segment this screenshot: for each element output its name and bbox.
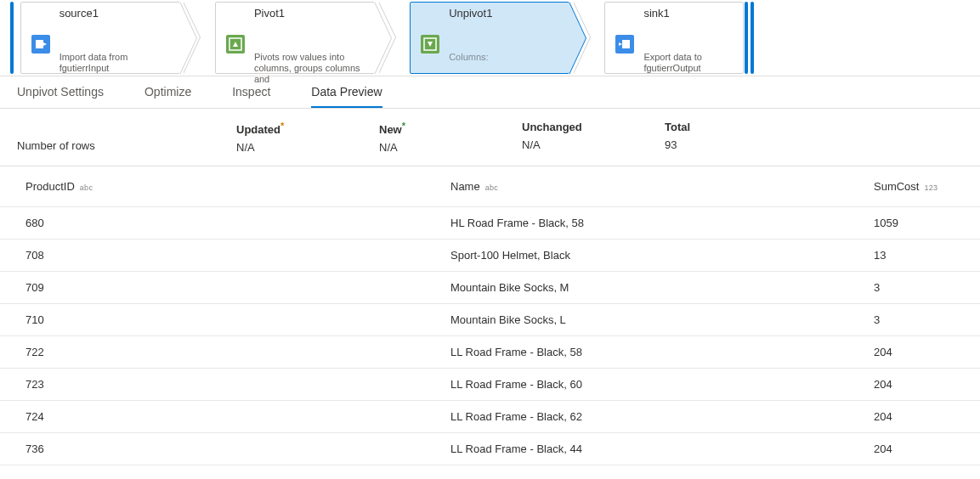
flow-start-bar — [10, 2, 14, 74]
pivot-icon — [226, 35, 245, 54]
data-table: ProductIDabc Nameabc SumCost123 680HL Ro… — [0, 166, 980, 465]
cell-name: LL Road Frame - Black, 44 — [450, 442, 874, 455]
col-header-sumcost[interactable]: SumCost123 — [874, 180, 970, 193]
tabs: Unpivot Settings Optimize Inspect Data P… — [0, 76, 980, 109]
node-desc: Pivots row values into columns, groups c… — [254, 52, 367, 85]
node-title: Unpivot1 — [449, 7, 562, 20]
cell-sumcost: 1059 — [874, 217, 970, 229]
summary-new-value: N/A — [379, 141, 522, 154]
flow-end-bars — [742, 2, 754, 76]
cell-productid: 680 — [25, 217, 450, 229]
cell-productid: 709 — [25, 281, 450, 294]
cell-name: Mountain Bike Socks, L — [450, 313, 874, 326]
cell-productid: 722 — [25, 346, 450, 358]
source-icon — [31, 35, 50, 54]
table-row[interactable]: 710Mountain Bike Socks, L3 — [0, 304, 980, 336]
col-header-productid[interactable]: ProductIDabc — [25, 180, 450, 193]
cell-name: LL Road Frame - Black, 62 — [450, 410, 874, 423]
flow-canvas[interactable]: source1 Import data from fgutierrInput P… — [0, 0, 980, 76]
table-row[interactable]: 736LL Road Frame - Black, 44204 — [0, 433, 980, 465]
table-body: 680HL Road Frame - Black, 581059708Sport… — [0, 207, 980, 465]
summary-unchanged-header: Unchanged — [522, 121, 665, 133]
cell-sumcost: 13 — [874, 249, 970, 262]
cell-sumcost: 3 — [874, 281, 970, 294]
flow-node-sink1[interactable]: sink1 Export data to fgutierrOutput — [604, 2, 744, 74]
node-desc: Import data from fgutierrInput — [59, 52, 173, 74]
tab-inspect[interactable]: Inspect — [232, 85, 270, 108]
summary-updated-header: Updated* — [236, 121, 379, 136]
tab-data-preview[interactable]: Data Preview — [311, 85, 382, 108]
col-header-name[interactable]: Nameabc — [450, 180, 874, 193]
table-row[interactable]: 709Mountain Bike Socks, M3 — [0, 272, 980, 304]
flow-node-unpivot1[interactable]: Unpivot1 Columns: — [410, 2, 569, 74]
summary-unchanged-value: N/A — [522, 138, 665, 151]
node-title: sink1 — [643, 7, 736, 20]
node-title: Pivot1 — [254, 7, 367, 20]
table-row[interactable]: 680HL Road Frame - Black, 581059 — [0, 207, 980, 240]
cell-name: LL Road Frame - Black, 58 — [450, 346, 874, 358]
node-desc: Columns: — [449, 52, 562, 63]
cell-name: LL Road Frame - Black, 60 — [450, 378, 874, 391]
cell-productid: 736 — [25, 442, 450, 455]
cell-sumcost: 3 — [874, 313, 970, 326]
tab-unpivot-settings[interactable]: Unpivot Settings — [17, 85, 104, 108]
table-row[interactable]: 708Sport-100 Helmet, Black13 — [0, 240, 980, 272]
sink-icon — [615, 35, 634, 54]
table-row[interactable]: 723LL Road Frame - Black, 60204 — [0, 369, 980, 401]
table-header-row: ProductIDabc Nameabc SumCost123 — [0, 166, 980, 207]
tab-optimize[interactable]: Optimize — [144, 85, 191, 108]
summary-rowcount-label: Number of rows — [17, 121, 236, 154]
summary-updated-value: N/A — [236, 141, 379, 154]
cell-productid: 708 — [25, 249, 450, 262]
summary-new-header: New* — [379, 121, 522, 136]
node-desc: Export data to fgutierrOutput — [643, 52, 736, 74]
cell-sumcost: 204 — [874, 410, 970, 423]
table-row[interactable]: 724LL Road Frame - Black, 62204 — [0, 401, 980, 433]
node-title: source1 — [59, 7, 173, 20]
cell-name: HL Road Frame - Black, 58 — [450, 217, 874, 229]
cell-name: Mountain Bike Socks, M — [450, 281, 874, 294]
summary-total-value: 93 — [665, 138, 801, 151]
cell-sumcost: 204 — [874, 346, 970, 358]
cell-sumcost: 204 — [874, 378, 970, 391]
cell-productid: 723 — [25, 378, 450, 391]
flow-node-pivot1[interactable]: Pivot1 Pivots row values into columns, g… — [215, 2, 375, 74]
summary-row: Number of rows Updated* N/A New* N/A Unc… — [0, 109, 980, 166]
flow-node-source1[interactable]: source1 Import data from fgutierrInput — [20, 2, 180, 74]
cell-productid: 710 — [25, 313, 450, 326]
cell-name: Sport-100 Helmet, Black — [450, 249, 874, 262]
summary-total-header: Total — [665, 121, 801, 133]
cell-productid: 724 — [25, 410, 450, 423]
unpivot-icon — [421, 35, 439, 54]
cell-sumcost: 204 — [874, 442, 970, 455]
table-row[interactable]: 722LL Road Frame - Black, 58204 — [0, 336, 980, 369]
